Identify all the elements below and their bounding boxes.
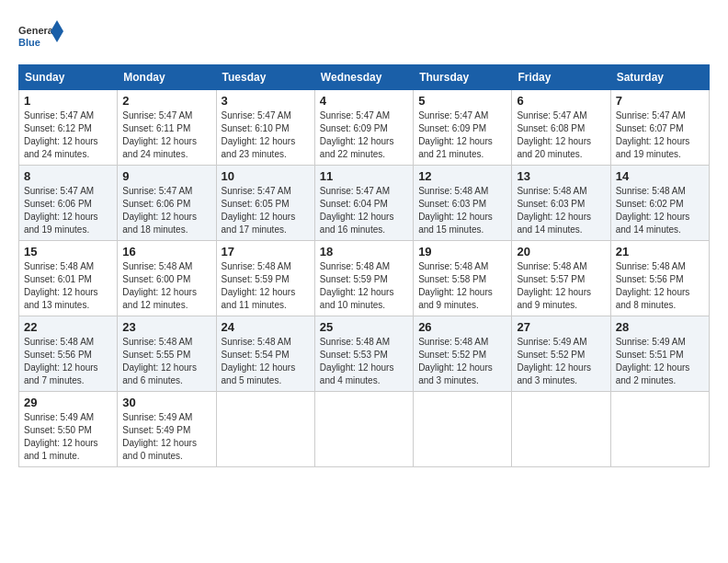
- calendar-cell: 12Sunrise: 5:48 AMSunset: 6:03 PMDayligh…: [414, 166, 512, 241]
- calendar-week-row: 15Sunrise: 5:48 AMSunset: 6:01 PMDayligh…: [19, 241, 710, 316]
- day-number: 30: [122, 396, 210, 409]
- day-number: 4: [320, 94, 408, 108]
- day-number: 23: [122, 320, 210, 334]
- calendar-cell: [414, 392, 512, 467]
- day-number: 21: [616, 245, 704, 259]
- day-info: Sunrise: 5:48 AMSunset: 5:57 PMDaylight:…: [517, 260, 605, 312]
- calendar-cell: 3Sunrise: 5:47 AMSunset: 6:10 PMDaylight…: [216, 90, 314, 166]
- calendar-week-row: 1Sunrise: 5:47 AMSunset: 6:12 PMDaylight…: [19, 90, 710, 166]
- day-number: 19: [418, 245, 506, 259]
- calendar-cell: 25Sunrise: 5:48 AMSunset: 5:53 PMDayligh…: [314, 316, 413, 392]
- day-number: 18: [320, 245, 408, 259]
- calendar-cell: 6Sunrise: 5:47 AMSunset: 6:08 PMDaylight…: [512, 90, 610, 166]
- calendar-cell: 2Sunrise: 5:47 AMSunset: 6:11 PMDaylight…: [118, 90, 216, 166]
- day-info: Sunrise: 5:47 AMSunset: 6:04 PMDaylight:…: [320, 185, 408, 236]
- day-number: 15: [24, 245, 112, 259]
- day-number: 9: [122, 169, 210, 183]
- day-number: 7: [616, 94, 704, 108]
- weekday-header-saturday: Saturday: [610, 65, 709, 90]
- calendar-cell: [610, 392, 709, 467]
- weekday-header-sunday: Sunday: [19, 65, 118, 90]
- day-info: Sunrise: 5:47 AMSunset: 6:10 PMDaylight:…: [222, 109, 310, 161]
- day-number: 22: [24, 320, 112, 334]
- day-info: Sunrise: 5:47 AMSunset: 6:05 PMDaylight:…: [222, 185, 310, 236]
- calendar-cell: 17Sunrise: 5:48 AMSunset: 5:59 PMDayligh…: [216, 241, 314, 316]
- calendar-cell: 19Sunrise: 5:48 AMSunset: 5:58 PMDayligh…: [414, 241, 512, 316]
- day-number: 25: [320, 320, 408, 334]
- day-number: 17: [222, 245, 310, 259]
- calendar-cell: 5Sunrise: 5:47 AMSunset: 6:09 PMDaylight…: [414, 90, 512, 166]
- calendar-week-row: 29Sunrise: 5:49 AMSunset: 5:50 PMDayligh…: [19, 392, 710, 467]
- calendar-cell: 4Sunrise: 5:47 AMSunset: 6:09 PMDaylight…: [314, 90, 413, 166]
- day-info: Sunrise: 5:49 AMSunset: 5:50 PMDaylight:…: [24, 411, 112, 463]
- weekday-header-thursday: Thursday: [414, 65, 512, 90]
- day-number: 11: [320, 169, 408, 183]
- day-number: 27: [517, 320, 605, 334]
- weekday-header-friday: Friday: [512, 65, 610, 90]
- calendar-cell: [314, 392, 413, 467]
- day-info: Sunrise: 5:48 AMSunset: 6:01 PMDaylight:…: [24, 260, 112, 312]
- day-info: Sunrise: 5:48 AMSunset: 5:56 PMDaylight:…: [24, 336, 112, 387]
- svg-text:General: General: [18, 25, 56, 36]
- day-info: Sunrise: 5:48 AMSunset: 6:00 PMDaylight:…: [122, 260, 210, 312]
- calendar-cell: 22Sunrise: 5:48 AMSunset: 5:56 PMDayligh…: [19, 316, 118, 392]
- day-info: Sunrise: 5:49 AMSunset: 5:52 PMDaylight:…: [517, 336, 605, 387]
- calendar-cell: 1Sunrise: 5:47 AMSunset: 6:12 PMDaylight…: [19, 90, 118, 166]
- day-number: 5: [418, 94, 506, 108]
- calendar-cell: 15Sunrise: 5:48 AMSunset: 6:01 PMDayligh…: [19, 241, 118, 316]
- calendar-table: SundayMondayTuesdayWednesdayThursdayFrid…: [18, 64, 710, 467]
- calendar-cell: 30Sunrise: 5:49 AMSunset: 5:49 PMDayligh…: [118, 392, 216, 467]
- day-info: Sunrise: 5:48 AMSunset: 5:52 PMDaylight:…: [418, 336, 506, 387]
- day-number: 16: [122, 245, 210, 259]
- day-number: 3: [222, 94, 310, 108]
- calendar-cell: [512, 392, 610, 467]
- day-info: Sunrise: 5:47 AMSunset: 6:06 PMDaylight:…: [24, 185, 112, 236]
- day-number: 12: [418, 169, 506, 183]
- day-info: Sunrise: 5:48 AMSunset: 5:56 PMDaylight:…: [616, 260, 704, 312]
- calendar-cell: 8Sunrise: 5:47 AMSunset: 6:06 PMDaylight…: [19, 166, 118, 241]
- calendar-week-row: 8Sunrise: 5:47 AMSunset: 6:06 PMDaylight…: [19, 166, 710, 241]
- day-info: Sunrise: 5:48 AMSunset: 5:59 PMDaylight:…: [222, 260, 310, 312]
- day-info: Sunrise: 5:48 AMSunset: 6:02 PMDaylight:…: [616, 185, 704, 236]
- svg-text:Blue: Blue: [18, 37, 40, 48]
- weekday-header-monday: Monday: [118, 65, 216, 90]
- day-info: Sunrise: 5:48 AMSunset: 5:58 PMDaylight:…: [418, 260, 506, 312]
- day-number: 1: [24, 94, 112, 108]
- calendar-cell: 10Sunrise: 5:47 AMSunset: 6:05 PMDayligh…: [216, 166, 314, 241]
- calendar-cell: 18Sunrise: 5:48 AMSunset: 5:59 PMDayligh…: [314, 241, 413, 316]
- title-section: [64, 18, 710, 20]
- day-info: Sunrise: 5:48 AMSunset: 5:53 PMDaylight:…: [320, 336, 408, 387]
- day-number: 2: [122, 94, 210, 108]
- day-info: Sunrise: 5:48 AMSunset: 6:03 PMDaylight:…: [517, 185, 605, 236]
- day-number: 24: [222, 320, 310, 334]
- weekday-header-tuesday: Tuesday: [216, 65, 314, 90]
- day-info: Sunrise: 5:48 AMSunset: 5:54 PMDaylight:…: [222, 336, 310, 387]
- day-info: Sunrise: 5:48 AMSunset: 5:55 PMDaylight:…: [122, 336, 210, 387]
- day-number: 6: [517, 94, 605, 108]
- day-info: Sunrise: 5:47 AMSunset: 6:08 PMDaylight:…: [517, 109, 605, 161]
- calendar-cell: 9Sunrise: 5:47 AMSunset: 6:06 PMDaylight…: [118, 166, 216, 241]
- day-info: Sunrise: 5:47 AMSunset: 6:09 PMDaylight:…: [418, 109, 506, 161]
- calendar-cell: 29Sunrise: 5:49 AMSunset: 5:50 PMDayligh…: [19, 392, 118, 467]
- day-number: 26: [418, 320, 506, 334]
- svg-marker-2: [51, 20, 63, 42]
- calendar-cell: 7Sunrise: 5:47 AMSunset: 6:07 PMDaylight…: [610, 90, 709, 166]
- day-info: Sunrise: 5:47 AMSunset: 6:07 PMDaylight:…: [616, 109, 704, 161]
- calendar-cell: 26Sunrise: 5:48 AMSunset: 5:52 PMDayligh…: [414, 316, 512, 392]
- day-info: Sunrise: 5:49 AMSunset: 5:49 PMDaylight:…: [122, 411, 210, 463]
- calendar-cell: [216, 392, 314, 467]
- day-info: Sunrise: 5:48 AMSunset: 6:03 PMDaylight:…: [418, 185, 506, 236]
- day-info: Sunrise: 5:47 AMSunset: 6:11 PMDaylight:…: [122, 109, 210, 161]
- calendar-cell: 21Sunrise: 5:48 AMSunset: 5:56 PMDayligh…: [610, 241, 709, 316]
- calendar-cell: 20Sunrise: 5:48 AMSunset: 5:57 PMDayligh…: [512, 241, 610, 316]
- calendar-cell: 24Sunrise: 5:48 AMSunset: 5:54 PMDayligh…: [216, 316, 314, 392]
- day-info: Sunrise: 5:49 AMSunset: 5:51 PMDaylight:…: [616, 336, 704, 387]
- day-number: 13: [517, 169, 605, 183]
- day-number: 28: [616, 320, 704, 334]
- weekday-header-row: SundayMondayTuesdayWednesdayThursdayFrid…: [19, 65, 710, 90]
- calendar-cell: 23Sunrise: 5:48 AMSunset: 5:55 PMDayligh…: [118, 316, 216, 392]
- logo: General Blue: [18, 18, 64, 55]
- day-info: Sunrise: 5:47 AMSunset: 6:06 PMDaylight:…: [122, 185, 210, 236]
- day-number: 29: [24, 396, 112, 409]
- logo-svg: General Blue: [18, 18, 64, 55]
